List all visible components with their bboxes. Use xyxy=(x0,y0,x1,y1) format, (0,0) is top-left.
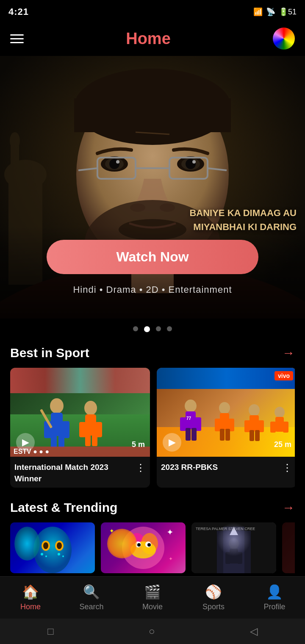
best-in-sport-title: Best in Sport xyxy=(10,346,89,360)
best-in-sport-arrow[interactable]: → xyxy=(282,346,295,360)
cricket-card-menu[interactable]: ⋮ xyxy=(132,462,146,474)
color-wheel-button[interactable] xyxy=(273,28,295,50)
svg-text:77: 77 xyxy=(186,416,191,421)
sports-icon: ⚾ xyxy=(205,584,222,600)
svg-rect-58 xyxy=(250,415,259,431)
svg-point-15 xyxy=(116,160,119,164)
svg-point-71 xyxy=(43,542,48,549)
latest-trending-section: Latest & Trending → xyxy=(0,496,305,582)
svg-point-76 xyxy=(62,555,64,557)
search-icon: 🔍 xyxy=(83,584,100,600)
status-icons: 📶 📡 🔋51 xyxy=(253,7,297,17)
status-time: 4:21 xyxy=(8,6,29,17)
android-recent-button[interactable]: ◁ xyxy=(250,625,258,637)
svg-rect-56 xyxy=(225,429,230,441)
home-icon: 🏠 xyxy=(22,584,39,600)
nav-sports[interactable]: ⚾ Sports xyxy=(183,584,244,611)
sport-card-cricket[interactable]: ESTV ● ● ● ▶ 5 m International Match 202… xyxy=(10,368,150,488)
section-header-sport: Best in Sport → xyxy=(10,346,295,360)
trending-card-avatar[interactable] xyxy=(10,522,95,573)
svg-rect-61 xyxy=(250,430,254,441)
svg-point-31 xyxy=(50,398,64,414)
svg-point-44 xyxy=(185,400,197,412)
hero-meta: Hindi • Drama • 2D • Entertainment xyxy=(0,284,305,295)
svg-rect-39 xyxy=(85,414,96,436)
cricket-card-title: International Match 2023 Winner xyxy=(14,462,132,484)
page-title: Home xyxy=(126,30,171,48)
svg-rect-32 xyxy=(51,413,63,436)
svg-point-19 xyxy=(192,160,196,164)
svg-point-57 xyxy=(249,404,260,416)
svg-point-85 xyxy=(147,543,151,547)
watch-now-button[interactable]: Watch Now xyxy=(47,240,258,274)
svg-point-72 xyxy=(57,542,62,549)
latest-trending-title: Latest & Trending xyxy=(10,500,117,515)
dot-2[interactable] xyxy=(144,326,150,332)
svg-rect-35 xyxy=(51,435,57,447)
carousel-dots xyxy=(0,319,305,341)
trending-card-mystery[interactable]: TERESA PALMER STEVEN CREE xyxy=(191,522,276,573)
hamburger-menu[interactable] xyxy=(10,34,24,43)
hero-banner: BANIYE KA DIMAAG AU MIYANBHAI KI DARING … xyxy=(0,56,305,319)
trending-card-fourth[interactable] xyxy=(282,522,295,573)
svg-rect-53 xyxy=(215,419,221,431)
dot-4[interactable] xyxy=(167,326,172,331)
sport-card-kabaddi[interactable]: 77 xyxy=(157,368,295,488)
svg-text:✦: ✦ xyxy=(169,556,173,562)
svg-rect-43 xyxy=(92,434,97,446)
svg-point-38 xyxy=(84,401,97,415)
signal-icon: 📶 xyxy=(253,7,263,17)
svg-rect-10 xyxy=(74,98,231,132)
svg-rect-49 xyxy=(191,428,197,441)
android-home-button[interactable]: ○ xyxy=(149,625,155,637)
cricket-duration: 5 m xyxy=(132,440,145,449)
svg-rect-46 xyxy=(180,417,186,431)
nav-search[interactable]: 🔍 Search xyxy=(61,584,122,611)
nav-movie[interactable]: 🎬 Movie xyxy=(122,584,183,611)
section-header-trending: Latest & Trending → xyxy=(10,500,295,515)
svg-rect-64 xyxy=(275,417,284,432)
svg-point-68 xyxy=(33,527,72,573)
svg-rect-62 xyxy=(255,430,260,441)
svg-text:✦: ✦ xyxy=(166,527,174,537)
kabaddi-card-title: 2023 RR-PBKS xyxy=(161,462,279,473)
android-nav-bar: □ ○ ◁ xyxy=(0,619,305,644)
svg-rect-59 xyxy=(244,420,250,432)
svg-rect-66 xyxy=(283,422,288,433)
svg-rect-52 xyxy=(220,413,229,430)
status-bar: 4:21 📶 📡 🔋51 xyxy=(0,0,305,23)
nav-profile[interactable]: 👤 Profile xyxy=(244,584,305,611)
svg-point-84 xyxy=(137,543,141,547)
trending-card-animated[interactable]: ✦ ✦ ✦ xyxy=(101,522,186,573)
cricket-play-button[interactable]: ▶ xyxy=(16,433,35,452)
kabaddi-play-button[interactable]: ▶ xyxy=(163,433,181,452)
svg-rect-48 xyxy=(186,428,191,441)
svg-rect-98 xyxy=(282,522,295,573)
wifi-icon: 📡 xyxy=(266,7,275,17)
best-in-sport-section: Best in Sport → xyxy=(0,341,305,496)
android-back-button[interactable]: □ xyxy=(47,625,54,637)
dot-3[interactable] xyxy=(156,326,161,331)
bottom-nav: 🏠 Home 🔍 Search 🎬 Movie ⚾ Sports 👤 Profi… xyxy=(0,576,305,619)
svg-rect-42 xyxy=(85,434,91,446)
svg-point-75 xyxy=(58,553,60,555)
kabaddi-card-menu[interactable]: ⋮ xyxy=(279,462,292,474)
nav-home[interactable]: 🏠 Home xyxy=(0,584,61,611)
svg-point-63 xyxy=(274,407,285,418)
movie-icon: 🎬 xyxy=(144,584,161,600)
profile-icon: 👤 xyxy=(266,584,283,600)
latest-trending-arrow[interactable]: → xyxy=(282,500,295,515)
header: Home xyxy=(0,23,305,56)
svg-rect-55 xyxy=(220,429,225,441)
svg-point-74 xyxy=(45,555,47,557)
svg-point-51 xyxy=(219,402,230,414)
dot-1[interactable] xyxy=(133,326,138,331)
hero-tagline: BANIYE KA DIMAAG AU MIYANBHAI KI DARING xyxy=(189,206,297,234)
svg-point-5 xyxy=(4,160,47,189)
trending-cards-list: ✦ ✦ ✦ xyxy=(10,522,295,573)
sport-cards-list: ESTV ● ● ● ▶ 5 m International Match 202… xyxy=(10,368,295,488)
svg-rect-40 xyxy=(79,422,86,437)
hero-image xyxy=(0,56,305,319)
svg-point-4 xyxy=(10,132,20,149)
battery-icon: 🔋51 xyxy=(279,7,297,17)
